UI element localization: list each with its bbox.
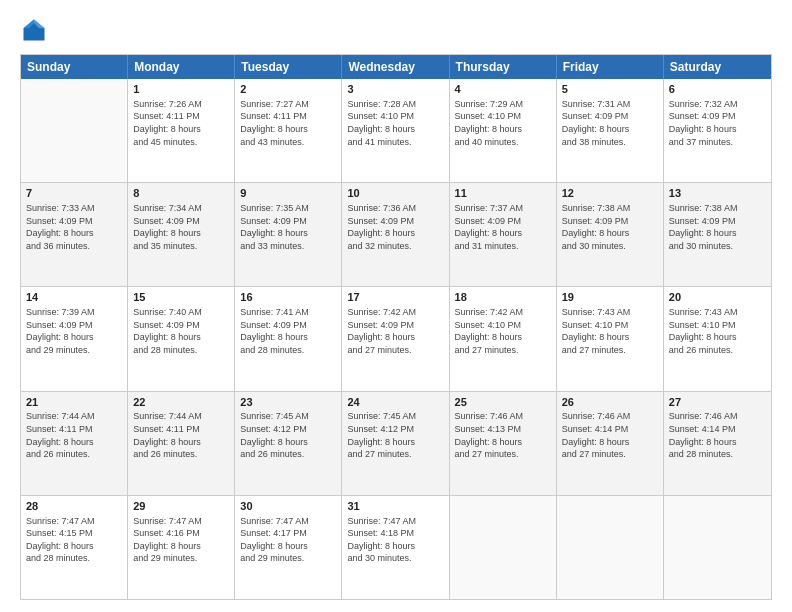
day-info: Sunrise: 7:26 AM Sunset: 4:11 PM Dayligh… <box>133 98 229 148</box>
day-cell-14: 14Sunrise: 7:39 AM Sunset: 4:09 PM Dayli… <box>21 287 128 390</box>
day-number: 14 <box>26 290 122 305</box>
day-cell-8: 8Sunrise: 7:34 AM Sunset: 4:09 PM Daylig… <box>128 183 235 286</box>
week-row-2: 7Sunrise: 7:33 AM Sunset: 4:09 PM Daylig… <box>21 182 771 286</box>
header-day-wednesday: Wednesday <box>342 55 449 79</box>
day-cell-22: 22Sunrise: 7:44 AM Sunset: 4:11 PM Dayli… <box>128 392 235 495</box>
calendar-header: SundayMondayTuesdayWednesdayThursdayFrid… <box>21 55 771 79</box>
day-number: 19 <box>562 290 658 305</box>
day-number: 16 <box>240 290 336 305</box>
day-cell-27: 27Sunrise: 7:46 AM Sunset: 4:14 PM Dayli… <box>664 392 771 495</box>
week-row-5: 28Sunrise: 7:47 AM Sunset: 4:15 PM Dayli… <box>21 495 771 599</box>
day-info: Sunrise: 7:44 AM Sunset: 4:11 PM Dayligh… <box>133 410 229 460</box>
day-cell-12: 12Sunrise: 7:38 AM Sunset: 4:09 PM Dayli… <box>557 183 664 286</box>
day-number: 24 <box>347 395 443 410</box>
day-info: Sunrise: 7:38 AM Sunset: 4:09 PM Dayligh… <box>562 202 658 252</box>
day-number: 22 <box>133 395 229 410</box>
logo <box>20 16 52 44</box>
day-info: Sunrise: 7:36 AM Sunset: 4:09 PM Dayligh… <box>347 202 443 252</box>
day-cell-16: 16Sunrise: 7:41 AM Sunset: 4:09 PM Dayli… <box>235 287 342 390</box>
day-info: Sunrise: 7:37 AM Sunset: 4:09 PM Dayligh… <box>455 202 551 252</box>
day-cell-10: 10Sunrise: 7:36 AM Sunset: 4:09 PM Dayli… <box>342 183 449 286</box>
day-info: Sunrise: 7:33 AM Sunset: 4:09 PM Dayligh… <box>26 202 122 252</box>
day-cell-24: 24Sunrise: 7:45 AM Sunset: 4:12 PM Dayli… <box>342 392 449 495</box>
day-number: 13 <box>669 186 766 201</box>
day-cell-23: 23Sunrise: 7:45 AM Sunset: 4:12 PM Dayli… <box>235 392 342 495</box>
week-row-1: 1Sunrise: 7:26 AM Sunset: 4:11 PM Daylig… <box>21 79 771 182</box>
day-number: 2 <box>240 82 336 97</box>
day-cell-7: 7Sunrise: 7:33 AM Sunset: 4:09 PM Daylig… <box>21 183 128 286</box>
day-info: Sunrise: 7:46 AM Sunset: 4:13 PM Dayligh… <box>455 410 551 460</box>
day-cell-18: 18Sunrise: 7:42 AM Sunset: 4:10 PM Dayli… <box>450 287 557 390</box>
day-info: Sunrise: 7:31 AM Sunset: 4:09 PM Dayligh… <box>562 98 658 148</box>
logo-icon <box>20 16 48 44</box>
day-cell-9: 9Sunrise: 7:35 AM Sunset: 4:09 PM Daylig… <box>235 183 342 286</box>
day-number: 12 <box>562 186 658 201</box>
header-day-friday: Friday <box>557 55 664 79</box>
day-number: 30 <box>240 499 336 514</box>
day-number: 25 <box>455 395 551 410</box>
day-number: 5 <box>562 82 658 97</box>
day-number: 27 <box>669 395 766 410</box>
empty-cell <box>450 496 557 599</box>
week-row-3: 14Sunrise: 7:39 AM Sunset: 4:09 PM Dayli… <box>21 286 771 390</box>
day-info: Sunrise: 7:35 AM Sunset: 4:09 PM Dayligh… <box>240 202 336 252</box>
day-info: Sunrise: 7:39 AM Sunset: 4:09 PM Dayligh… <box>26 306 122 356</box>
day-cell-25: 25Sunrise: 7:46 AM Sunset: 4:13 PM Dayli… <box>450 392 557 495</box>
day-info: Sunrise: 7:43 AM Sunset: 4:10 PM Dayligh… <box>669 306 766 356</box>
day-cell-29: 29Sunrise: 7:47 AM Sunset: 4:16 PM Dayli… <box>128 496 235 599</box>
header <box>20 16 772 44</box>
day-info: Sunrise: 7:47 AM Sunset: 4:16 PM Dayligh… <box>133 515 229 565</box>
day-info: Sunrise: 7:44 AM Sunset: 4:11 PM Dayligh… <box>26 410 122 460</box>
header-day-sunday: Sunday <box>21 55 128 79</box>
day-info: Sunrise: 7:47 AM Sunset: 4:18 PM Dayligh… <box>347 515 443 565</box>
day-number: 29 <box>133 499 229 514</box>
day-number: 1 <box>133 82 229 97</box>
day-info: Sunrise: 7:46 AM Sunset: 4:14 PM Dayligh… <box>562 410 658 460</box>
day-cell-6: 6Sunrise: 7:32 AM Sunset: 4:09 PM Daylig… <box>664 79 771 182</box>
day-cell-17: 17Sunrise: 7:42 AM Sunset: 4:09 PM Dayli… <box>342 287 449 390</box>
day-number: 3 <box>347 82 443 97</box>
day-cell-3: 3Sunrise: 7:28 AM Sunset: 4:10 PM Daylig… <box>342 79 449 182</box>
day-info: Sunrise: 7:47 AM Sunset: 4:15 PM Dayligh… <box>26 515 122 565</box>
day-number: 15 <box>133 290 229 305</box>
day-info: Sunrise: 7:32 AM Sunset: 4:09 PM Dayligh… <box>669 98 766 148</box>
empty-cell <box>557 496 664 599</box>
day-number: 8 <box>133 186 229 201</box>
day-cell-5: 5Sunrise: 7:31 AM Sunset: 4:09 PM Daylig… <box>557 79 664 182</box>
day-number: 28 <box>26 499 122 514</box>
day-number: 23 <box>240 395 336 410</box>
day-cell-30: 30Sunrise: 7:47 AM Sunset: 4:17 PM Dayli… <box>235 496 342 599</box>
day-info: Sunrise: 7:43 AM Sunset: 4:10 PM Dayligh… <box>562 306 658 356</box>
day-cell-11: 11Sunrise: 7:37 AM Sunset: 4:09 PM Dayli… <box>450 183 557 286</box>
day-cell-4: 4Sunrise: 7:29 AM Sunset: 4:10 PM Daylig… <box>450 79 557 182</box>
day-cell-31: 31Sunrise: 7:47 AM Sunset: 4:18 PM Dayli… <box>342 496 449 599</box>
day-cell-26: 26Sunrise: 7:46 AM Sunset: 4:14 PM Dayli… <box>557 392 664 495</box>
day-number: 18 <box>455 290 551 305</box>
day-info: Sunrise: 7:47 AM Sunset: 4:17 PM Dayligh… <box>240 515 336 565</box>
day-number: 26 <box>562 395 658 410</box>
day-info: Sunrise: 7:46 AM Sunset: 4:14 PM Dayligh… <box>669 410 766 460</box>
day-number: 11 <box>455 186 551 201</box>
day-info: Sunrise: 7:38 AM Sunset: 4:09 PM Dayligh… <box>669 202 766 252</box>
day-number: 9 <box>240 186 336 201</box>
header-day-monday: Monday <box>128 55 235 79</box>
day-number: 20 <box>669 290 766 305</box>
day-number: 21 <box>26 395 122 410</box>
day-number: 17 <box>347 290 443 305</box>
header-day-tuesday: Tuesday <box>235 55 342 79</box>
day-info: Sunrise: 7:45 AM Sunset: 4:12 PM Dayligh… <box>347 410 443 460</box>
week-row-4: 21Sunrise: 7:44 AM Sunset: 4:11 PM Dayli… <box>21 391 771 495</box>
day-info: Sunrise: 7:42 AM Sunset: 4:10 PM Dayligh… <box>455 306 551 356</box>
day-cell-28: 28Sunrise: 7:47 AM Sunset: 4:15 PM Dayli… <box>21 496 128 599</box>
day-info: Sunrise: 7:27 AM Sunset: 4:11 PM Dayligh… <box>240 98 336 148</box>
day-info: Sunrise: 7:42 AM Sunset: 4:09 PM Dayligh… <box>347 306 443 356</box>
day-number: 31 <box>347 499 443 514</box>
day-number: 6 <box>669 82 766 97</box>
day-info: Sunrise: 7:28 AM Sunset: 4:10 PM Dayligh… <box>347 98 443 148</box>
day-info: Sunrise: 7:29 AM Sunset: 4:10 PM Dayligh… <box>455 98 551 148</box>
day-cell-13: 13Sunrise: 7:38 AM Sunset: 4:09 PM Dayli… <box>664 183 771 286</box>
day-cell-15: 15Sunrise: 7:40 AM Sunset: 4:09 PM Dayli… <box>128 287 235 390</box>
day-info: Sunrise: 7:40 AM Sunset: 4:09 PM Dayligh… <box>133 306 229 356</box>
day-cell-1: 1Sunrise: 7:26 AM Sunset: 4:11 PM Daylig… <box>128 79 235 182</box>
calendar: SundayMondayTuesdayWednesdayThursdayFrid… <box>20 54 772 600</box>
